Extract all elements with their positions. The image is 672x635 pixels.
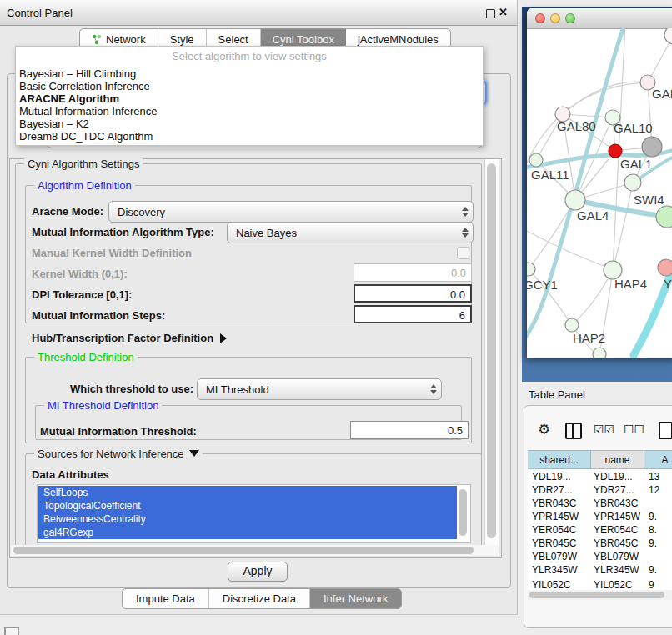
mi-type-value: Naive Bayes [228, 227, 458, 239]
table-cell[interactable]: YBR045C [532, 538, 576, 549]
table-cell[interactable]: 9. [649, 564, 657, 576]
table-cell[interactable]: YDL19... [594, 471, 633, 482]
apply-button[interactable]: Apply [228, 562, 288, 582]
list-item[interactable]: SelfLoops [38, 486, 461, 499]
algorithm-option[interactable]: Dream8 DC_TDC Algorithm [19, 130, 153, 142]
table-cell[interactable]: YBL079W [594, 551, 639, 562]
node-gal4[interactable] [565, 190, 585, 210]
tab-style-label: Style [170, 33, 194, 46]
table-cell[interactable]: 8. [649, 524, 657, 536]
minimized-panel-icon[interactable] [4, 627, 19, 635]
columns-icon[interactable] [565, 422, 582, 439]
zoom-traffic-light[interactable] [565, 13, 575, 23]
algorithm-option[interactable]: Bayesian – K2 [19, 118, 89, 130]
which-threshold-combo[interactable]: MI Threshold [197, 378, 442, 400]
node-label: HAP2 [573, 331, 605, 345]
table-horizontal-scrollbar[interactable] [528, 590, 672, 600]
document-icon[interactable] [659, 422, 672, 439]
mi-type-combo[interactable]: Naive Bayes [227, 222, 474, 243]
close-traffic-light[interactable] [535, 13, 545, 23]
table-cell[interactable]: YLR345W [532, 564, 578, 576]
list-item[interactable]: TopologicalCoefficient [38, 499, 461, 512]
node-gcy1[interactable] [527, 262, 535, 276]
table-cell[interactable]: YBR043C [594, 498, 638, 509]
node-gal1[interactable] [624, 174, 641, 191]
group-sources-title[interactable]: Sources for Network Inference [34, 448, 203, 460]
table-cell[interactable]: 9 [649, 579, 654, 590]
table-cell[interactable]: YLR345W [594, 564, 639, 576]
select-all-checkboxes-icon[interactable]: ☑☑ [594, 422, 614, 436]
table-cell[interactable]: 12 [649, 484, 659, 496]
data-attributes-label: Data Attributes [32, 468, 109, 481]
table-cell[interactable]: YBL079W [532, 551, 577, 562]
column-header-partial[interactable]: A [644, 450, 672, 469]
table-cell[interactable]: YDL19... [532, 471, 571, 482]
node-label: Y [664, 277, 672, 291]
table-cell[interactable]: YPR145W [594, 511, 640, 522]
column-header-shared[interactable]: shared... [528, 450, 591, 469]
algorithm-option[interactable]: Bayesian – Hill Climbing [19, 68, 136, 80]
node-label: GCY1 [527, 278, 558, 292]
control-panel-titlebar[interactable]: Control Panel ✕ [0, 0, 517, 26]
tab-jactivemnodules-label: jActiveMNodules [358, 33, 439, 46]
network-canvas[interactable]: GAL GAL80 GAL10 GAL1 GAL11 GAL4 SWI4 GCY… [527, 28, 672, 358]
manual-kernel-checkbox[interactable] [457, 247, 469, 259]
node-gray[interactable] [642, 137, 662, 157]
dpi-tolerance-field[interactable]: 0.0 [354, 284, 472, 302]
gear-icon[interactable]: ⚙ [538, 421, 550, 438]
group-cyni-title: Cyni Algorithm Settings [24, 158, 143, 170]
group-threshold-title: Threshold Definition [34, 351, 138, 363]
table-cell[interactable]: 9. [649, 511, 657, 522]
table-cell[interactable]: 9. [649, 538, 657, 549]
hub-section-label: Hub/Transcription Factor Definition [32, 332, 213, 344]
minimize-traffic-light[interactable] [550, 13, 560, 23]
algorithm-option-selected[interactable]: ARACNE Algorithm [19, 92, 119, 105]
node-salmon[interactable] [658, 259, 672, 276]
node-partial-top[interactable] [664, 28, 672, 44]
table-cell[interactable]: YDR27... [532, 484, 573, 496]
network-icon [92, 34, 102, 45]
manual-kernel-label: Manual Kernel Width Definition [32, 247, 192, 259]
network-window-titlebar[interactable] [527, 8, 672, 29]
list-item[interactable]: BetweennessCentrality [38, 512, 461, 526]
table-horizontal-scrollbar-thumb[interactable] [529, 592, 664, 598]
table-cell[interactable]: 13 [649, 471, 659, 482]
list-item[interactable]: gal4RGexp [38, 526, 461, 539]
screen: Control Panel ✕ Network [0, 0, 672, 635]
column-header-name[interactable]: name [591, 450, 644, 469]
deselect-all-checkboxes-icon[interactable]: ☐☐ [624, 422, 644, 436]
table-cell[interactable]: YIL052C [594, 579, 633, 590]
node-red-selected[interactable] [609, 144, 622, 158]
table-cell[interactable]: YDR27... [594, 484, 634, 496]
node-gal11[interactable] [529, 153, 543, 167]
network-window[interactable]: GAL GAL80 GAL10 GAL1 GAL11 GAL4 SWI4 GCY… [527, 8, 672, 358]
algorithm-option[interactable]: Mutual Information Inference [19, 105, 157, 118]
table-cell[interactable]: YBR043C [532, 498, 576, 509]
table-cell[interactable]: YPR145W [532, 511, 579, 522]
kernel-width-field[interactable]: 0.0 [354, 263, 472, 282]
table-cell[interactable]: YBR045C [594, 538, 638, 549]
table-cell[interactable]: YER054C [532, 524, 576, 536]
list-scrollbar[interactable] [457, 486, 469, 541]
node-partial-bottom[interactable] [593, 348, 606, 358]
tab-impute-data[interactable]: Impute Data [123, 589, 209, 608]
vertical-scrollbar-thumb[interactable] [487, 163, 496, 538]
table-cell[interactable]: YER054C [594, 524, 638, 536]
node-swi4[interactable] [656, 206, 672, 228]
aracne-mode-combo[interactable]: Discovery [108, 201, 474, 222]
horizontal-scrollbar-thumb[interactable] [13, 547, 474, 554]
hub-section-toggle[interactable]: Hub/Transcription Factor Definition [32, 332, 227, 344]
stepper-icon [426, 384, 441, 394]
tab-infer-network[interactable]: Infer Network [310, 589, 401, 608]
float-window-icon[interactable] [486, 9, 495, 18]
list-scrollbar-thumb[interactable] [459, 489, 467, 536]
algorithm-option[interactable]: Basic Correlation Inference [19, 80, 150, 92]
group-algorithm-definition-title: Algorithm Definition [34, 179, 135, 192]
node-hap2[interactable] [565, 318, 579, 332]
mi-steps-field[interactable]: 6 [354, 305, 472, 323]
tab-discretize-data[interactable]: Discretize Data [209, 589, 310, 608]
close-icon[interactable]: ✕ [499, 6, 508, 18]
mi-threshold-label: Mutual Information Threshold: [40, 425, 197, 438]
mi-threshold-field[interactable]: 0.5 [350, 421, 469, 439]
table-cell[interactable]: YIL052C [532, 579, 571, 590]
